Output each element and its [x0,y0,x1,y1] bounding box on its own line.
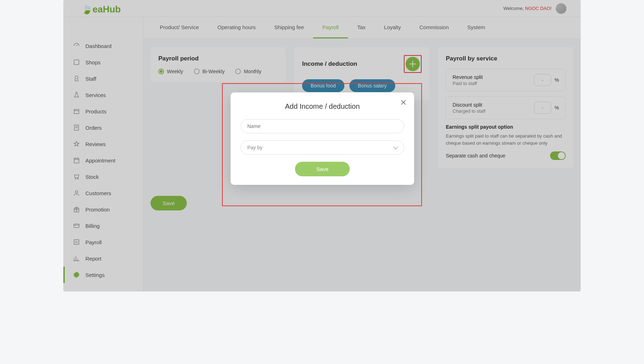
chevron-down-icon [393,144,398,149]
close-icon[interactable] [401,100,406,107]
modal-title: Add Income / deduction [241,102,404,111]
modal-save-button[interactable]: Save [295,162,350,176]
payby-label: Pay by [247,145,263,150]
name-field-wrapper [241,119,404,133]
payby-select[interactable]: Pay by [241,140,404,155]
add-income-modal: Add Income / deduction Pay by Save [231,92,414,185]
app-window: Welcome, NGOC DAO! 🍃eaHub DashboardShops… [63,0,581,291]
name-input[interactable] [247,123,397,129]
